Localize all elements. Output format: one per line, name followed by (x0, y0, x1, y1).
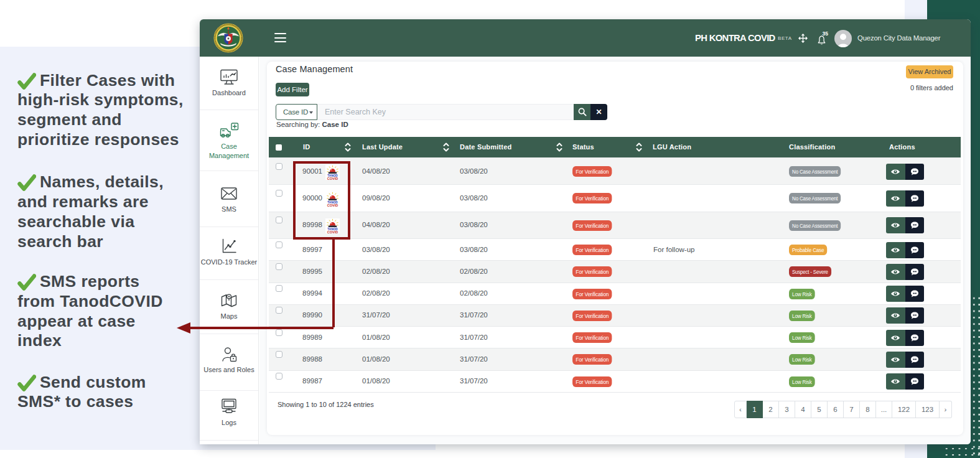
svg-text:35: 35 (823, 30, 829, 37)
